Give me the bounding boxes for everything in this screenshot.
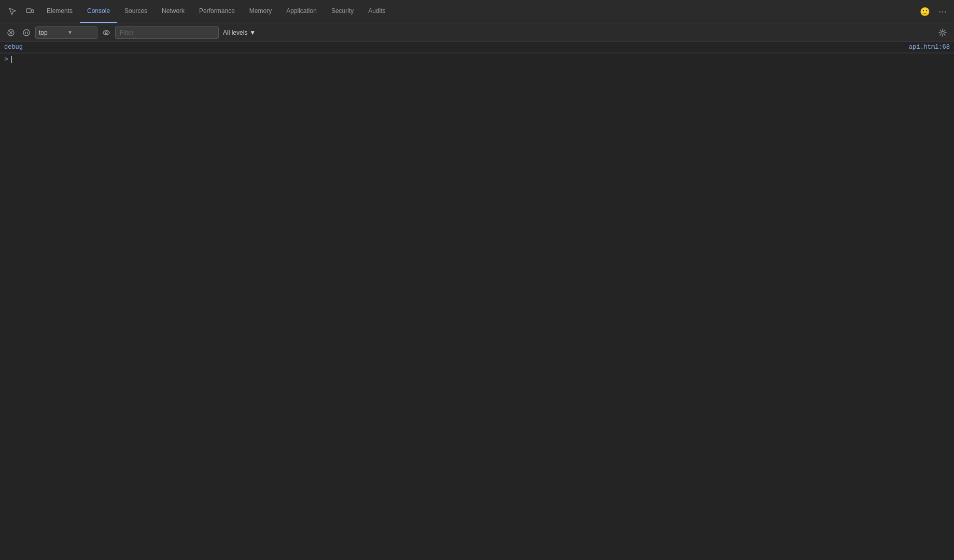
console-prompt-symbol: > xyxy=(4,55,8,63)
console-log-text: debug xyxy=(4,44,23,51)
settings-button[interactable] xyxy=(935,25,950,40)
nav-tabs: Elements Console Sources Network Perform… xyxy=(39,0,917,23)
clear-icon xyxy=(7,29,15,36)
tab-performance[interactable]: Performance xyxy=(192,0,242,23)
console-input-row[interactable]: > xyxy=(0,53,954,65)
cursor-icon xyxy=(8,7,17,16)
feedback-icon[interactable]: 🙂 xyxy=(918,5,932,19)
tab-memory[interactable]: Memory xyxy=(242,0,279,23)
console-log-row: debug api.html:68 xyxy=(0,42,954,53)
console-log-source[interactable]: api.html:68 xyxy=(909,44,950,51)
svg-point-5 xyxy=(23,30,30,36)
tab-elements[interactable]: Elements xyxy=(39,0,80,23)
live-expressions-button[interactable] xyxy=(100,26,113,39)
svg-point-10 xyxy=(941,31,944,34)
svg-rect-0 xyxy=(26,9,31,12)
svg-point-9 xyxy=(105,32,107,34)
tab-audits[interactable]: Audits xyxy=(361,0,392,23)
context-selector[interactable]: top ▼ xyxy=(35,26,97,39)
top-nav-bar: Elements Console Sources Network Perform… xyxy=(0,0,954,23)
tab-security[interactable]: Security xyxy=(324,0,361,23)
stop-icon xyxy=(23,29,30,36)
console-output-area: debug api.html:68 > xyxy=(0,42,954,560)
svg-rect-1 xyxy=(32,10,34,12)
console-cursor xyxy=(11,56,12,63)
clear-console-button[interactable] xyxy=(4,26,18,39)
tab-sources[interactable]: Sources xyxy=(117,0,155,23)
nav-right-controls: 🙂 ⋯ xyxy=(918,4,950,19)
inspect-element-button[interactable] xyxy=(4,3,21,20)
levels-label: All levels xyxy=(223,29,247,36)
tab-application[interactable]: Application xyxy=(279,0,324,23)
log-levels-button[interactable]: All levels ▼ xyxy=(221,26,258,39)
tab-console[interactable]: Console xyxy=(80,0,117,23)
levels-arrow-icon: ▼ xyxy=(249,29,256,36)
device-icon xyxy=(26,7,34,16)
console-toolbar: top ▼ All levels ▼ xyxy=(0,23,954,42)
filter-input[interactable] xyxy=(115,26,219,39)
more-options-button[interactable]: ⋯ xyxy=(935,4,950,19)
eye-icon xyxy=(103,29,110,36)
svg-point-8 xyxy=(103,31,109,35)
gear-icon xyxy=(938,29,947,37)
pause-on-exceptions-button[interactable] xyxy=(20,26,33,39)
device-toggle-button[interactable] xyxy=(22,3,38,20)
tab-network[interactable]: Network xyxy=(155,0,192,23)
context-value: top xyxy=(39,29,65,36)
context-dropdown-arrow: ▼ xyxy=(67,30,94,35)
